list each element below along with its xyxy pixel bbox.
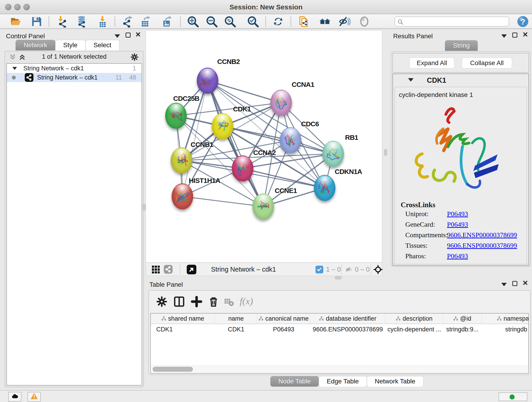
tab-string[interactable]: String <box>445 40 478 51</box>
table-hscrollbar-thumb[interactable] <box>152 367 193 372</box>
zoom-out-icon[interactable] <box>206 16 218 27</box>
node-gloss <box>282 128 299 140</box>
table-cell[interactable]: cyclin-dependent ... <box>386 325 443 335</box>
column-header-shared-name[interactable]: shared name <box>151 313 215 324</box>
crosslink-value-link[interactable]: 9606.ENSP00000378699 <box>447 242 517 249</box>
expand-all-button[interactable]: Expand All <box>409 57 454 69</box>
table-cell[interactable]: CDK1 <box>151 325 215 335</box>
right-splitter-grip[interactable] <box>384 149 387 156</box>
network-node-cdc25b[interactable] <box>165 103 187 129</box>
eye-disabled-icon[interactable] <box>358 16 370 27</box>
collapse-all-button[interactable]: Collapse All <box>462 57 512 69</box>
memory-button[interactable]: Memory <box>499 392 527 401</box>
network-node-rb1[interactable] <box>322 141 344 167</box>
table-cell[interactable]: 9606.ENSP00000378699 <box>310 325 386 335</box>
column-header-name[interactable]: name <box>215 313 257 324</box>
export-network-icon[interactable] <box>121 16 133 27</box>
selected-nodes-checkbox[interactable] <box>316 266 323 274</box>
network-node-cdk1[interactable] <box>212 113 233 139</box>
cloud-button[interactable] <box>8 392 22 402</box>
network-node-hist1h1a[interactable] <box>172 183 193 210</box>
control-panel-float-icon[interactable] <box>126 32 131 38</box>
results-panel-close-icon[interactable]: ✕ <box>522 32 528 37</box>
zoom-fit-icon[interactable] <box>224 16 236 27</box>
table-cell[interactable]: stringdb <box>482 325 529 335</box>
svg-text:?: ? <box>520 17 525 26</box>
save-session-icon[interactable] <box>31 16 43 27</box>
network-node-ccnb2[interactable] <box>197 68 218 94</box>
network-node-ccna2[interactable] <box>232 155 253 182</box>
export-table-icon[interactable] <box>139 16 151 27</box>
crosslink-value-link[interactable]: P06493 <box>447 252 468 260</box>
tab-node-table[interactable]: Node Table <box>270 376 319 387</box>
network-node-ccna1[interactable] <box>270 89 292 116</box>
column-header-namespace[interactable]: namespace <box>482 313 529 324</box>
results-panel-float-icon[interactable] <box>512 32 517 38</box>
title-bar: Session: New Session <box>0 0 532 14</box>
control-panel-menu-icon[interactable] <box>114 34 120 38</box>
warnings-button[interactable] <box>27 392 41 402</box>
tab-network[interactable]: Network <box>16 40 55 51</box>
import-network-database-icon[interactable] <box>76 16 88 27</box>
hide-graphics-icon[interactable] <box>339 16 351 27</box>
network-edge[interactable] <box>208 81 281 103</box>
network-node-ccne1[interactable] <box>253 193 274 220</box>
grid-view-icon[interactable] <box>152 266 160 274</box>
tab-network-table[interactable]: Network Table <box>367 376 423 387</box>
tab-style[interactable]: Style <box>55 40 85 51</box>
crosslink-value-link[interactable]: P06493 <box>447 210 468 218</box>
export-image-icon[interactable] <box>161 16 173 27</box>
network-edge[interactable] <box>182 196 263 206</box>
table-cell[interactable]: CDK1 <box>215 325 257 335</box>
table-panel-menu-icon[interactable] <box>501 283 507 286</box>
column-header-canonical-name[interactable]: canonical name <box>257 313 310 324</box>
table-cell[interactable]: stringdb:9... <box>443 325 482 335</box>
network-edge[interactable] <box>208 81 263 206</box>
edge-count: 48 <box>129 73 136 82</box>
network-collection-row[interactable]: String Network – cdk1 1 <box>7 64 142 73</box>
network-row[interactable]: String Network – cdk1 11 48 <box>7 73 142 82</box>
network-canvas[interactable]: CCNB2CCNA1CDC25BCDK1CDC6RB1CCNB1CCNA2CDK… <box>146 30 382 263</box>
crosslinks-title: CrossLinks <box>401 201 435 209</box>
table-gear-icon[interactable] <box>156 296 168 307</box>
zoom-in-icon[interactable] <box>187 16 199 27</box>
column-header-description[interactable]: description <box>386 313 443 324</box>
control-panel-close-icon[interactable]: ✕ <box>135 32 141 37</box>
left-splitter-grip[interactable] <box>143 204 146 211</box>
hidden-eye-icon[interactable] <box>345 266 353 273</box>
add-column-icon[interactable] <box>191 296 203 307</box>
tab-edge-table[interactable]: Edge Table <box>319 376 367 387</box>
search-input[interactable] <box>394 17 509 27</box>
show-columns-icon[interactable] <box>173 296 185 307</box>
network-node-cdkn1a[interactable] <box>314 175 336 201</box>
table-cell[interactable]: P06493 <box>257 325 310 335</box>
delete-table-icon[interactable] <box>224 297 234 307</box>
gear-icon[interactable] <box>130 53 139 61</box>
network-node-ccnb1[interactable] <box>171 147 192 173</box>
homes-icon[interactable] <box>319 16 331 27</box>
column-header--id[interactable]: @id <box>443 313 482 324</box>
cdk1-collapse-icon[interactable] <box>408 78 413 82</box>
tab-select[interactable]: Select <box>85 40 119 51</box>
network-view-share-icon[interactable] <box>164 265 172 274</box>
column-header-database-identifier[interactable]: database identifier <box>310 313 386 324</box>
help-icon[interactable]: ? <box>517 16 529 27</box>
table-panel-float-icon[interactable] <box>512 281 517 286</box>
import-network-file-icon[interactable] <box>56 16 68 27</box>
cdk1-card-header[interactable]: CDK1 <box>393 74 529 86</box>
refresh-icon[interactable] <box>272 16 284 27</box>
import-table-icon[interactable] <box>97 16 109 27</box>
copy-network-icon[interactable] <box>298 16 310 27</box>
crosslink-value-link[interactable]: P06493 <box>447 220 468 228</box>
delete-column-icon[interactable] <box>208 296 220 307</box>
open-session-icon[interactable] <box>10 16 22 27</box>
fit-selected-target-icon[interactable] <box>373 265 383 274</box>
birds-eye-view-icon[interactable] <box>187 265 196 274</box>
table-panel-close-icon[interactable]: ✕ <box>522 281 528 286</box>
zoom-selected-icon[interactable] <box>247 16 259 27</box>
tree-expand-icon[interactable] <box>12 67 17 70</box>
formula-builder-icon[interactable]: f(x) <box>240 296 253 307</box>
network-node-cdc6[interactable] <box>280 127 301 153</box>
crosslink-value-link[interactable]: 9606.ENSP00000378699 <box>447 231 517 239</box>
results-panel-menu-icon[interactable] <box>501 34 507 38</box>
